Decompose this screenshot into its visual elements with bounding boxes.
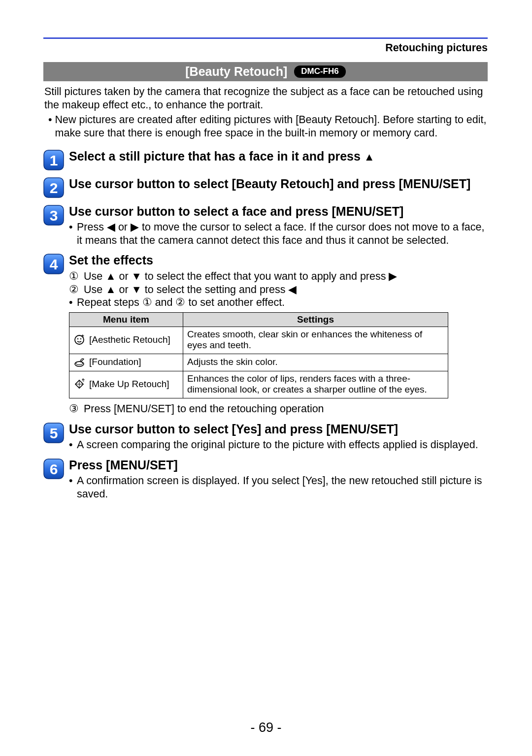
right-triangle-icon: ▶ (389, 270, 397, 283)
svg-text:6: 6 (50, 461, 58, 477)
circled-3: ③ (69, 402, 79, 416)
step-6-title: Press [MENU/SET] (69, 458, 488, 473)
step-1-title: Select a still picture that has a face i… (69, 149, 488, 164)
intro-paragraph: Still pictures taken by the camera that … (44, 85, 487, 111)
bullet-dot: • (69, 221, 74, 234)
svg-text:2: 2 (50, 180, 58, 196)
step-1-title-text: Select a still picture that has a face i… (69, 149, 364, 163)
step-number-4: 4 (43, 254, 64, 274)
step-5-title: Use cursor button to select [Yes] and pr… (69, 422, 488, 437)
svg-point-9 (76, 362, 83, 364)
svg-point-7 (80, 338, 81, 339)
svg-text:1: 1 (50, 152, 58, 168)
aesthetic-retouch-icon (73, 334, 85, 346)
step-4-sub-2: Use ▲ or ▼ to select the setting and pre… (84, 283, 488, 296)
down-triangle-icon: ▼ (132, 283, 142, 296)
up-triangle-icon: ▲ (105, 283, 116, 296)
step-4-repeat: Repeat steps ① and ② to set another effe… (77, 296, 488, 309)
step-6-detail: A confirmation screen is displayed. If y… (77, 474, 488, 500)
intro-bullet: New pictures are created after editing p… (55, 113, 488, 139)
step-number-5: 5 (43, 423, 64, 443)
step-4-end: Press [MENU/SET] to end the retouching o… (84, 402, 488, 416)
section-header: Retouching pictures (43, 42, 488, 54)
step-2-title: Use cursor button to select [Beauty Reto… (69, 176, 488, 192)
step-4-sub-1: Use ▲ or ▼ to select the effect that you… (84, 270, 488, 283)
svg-point-6 (77, 338, 78, 339)
step-6: 6 Press [MENU/SET] • A confirmation scre… (43, 458, 488, 501)
step-number-1: 1 (43, 150, 64, 170)
table-cell-settings: Enhances the color of lips, renders face… (183, 371, 448, 398)
model-badge: DMC-FH6 (294, 66, 346, 78)
step-2: 2 Use cursor button to select [Beauty Re… (43, 176, 488, 198)
right-triangle-icon: ▶ (131, 221, 139, 234)
table-row: [Make Up Retouch] Enhances the color of … (69, 371, 448, 398)
step-4: 4 Set the effects ① Use ▲ or ▼ to select… (43, 253, 488, 415)
table-header-settings: Settings (183, 312, 448, 327)
page-number: - 69 - (0, 720, 532, 735)
step-number-6: 6 (43, 459, 64, 479)
page-title: [Beauty Retouch] (185, 65, 287, 79)
step-5: 5 Use cursor button to select [Yes] and … (43, 422, 488, 452)
table-row: [Foundation] Adjusts the skin color. (69, 354, 448, 371)
svg-text:3: 3 (50, 207, 58, 224)
foundation-icon (73, 356, 85, 368)
step-3: 3 Use cursor button to select a face and… (43, 204, 488, 247)
title-bar: [Beauty Retouch] DMC-FH6 (43, 62, 488, 81)
up-triangle-icon: ▲ (364, 151, 375, 164)
down-triangle-icon: ▼ (132, 270, 142, 283)
bullet-dot: • (69, 438, 74, 452)
step-4-title: Set the effects (69, 253, 488, 268)
up-triangle-icon: ▲ (105, 270, 116, 283)
table-cell-settings: Adjusts the skin color. (183, 354, 448, 371)
table-row: [Aesthetic Retouch] Creates smooth, clea… (69, 327, 448, 354)
left-triangle-icon: ◀ (288, 283, 297, 296)
svg-text:5: 5 (50, 425, 58, 441)
effects-table: Menu item Settings [Aesthetic Retouch] (69, 312, 488, 398)
table-cell-menu-item: [Aesthetic Retouch] (89, 334, 170, 345)
makeup-retouch-icon (73, 378, 85, 390)
table-cell-menu-item: [Foundation] (89, 357, 141, 367)
step-number-3: 3 (43, 205, 64, 226)
bullet-dot: • (69, 296, 74, 309)
step-3-title: Use cursor button to select a face and p… (69, 204, 488, 219)
circled-2: ② (69, 283, 79, 296)
header-rule (43, 37, 488, 39)
svg-text:4: 4 (50, 256, 58, 272)
step-number-2: 2 (43, 177, 64, 198)
bullet-dot: • (48, 113, 52, 127)
step-3-detail: Press ◀ or ▶ to move the cursor to selec… (77, 221, 488, 247)
table-cell-menu-item: [Make Up Retouch] (89, 379, 169, 390)
circled-1: ① (69, 270, 79, 283)
bullet-dot: • (69, 474, 74, 488)
table-cell-settings: Creates smooth, clear skin or enhances t… (183, 327, 448, 354)
step-1: 1 Select a still picture that has a face… (43, 149, 488, 170)
step-5-detail: A screen comparing the original picture … (77, 438, 488, 452)
left-triangle-icon: ◀ (107, 221, 115, 234)
table-header-menu-item: Menu item (69, 312, 183, 327)
